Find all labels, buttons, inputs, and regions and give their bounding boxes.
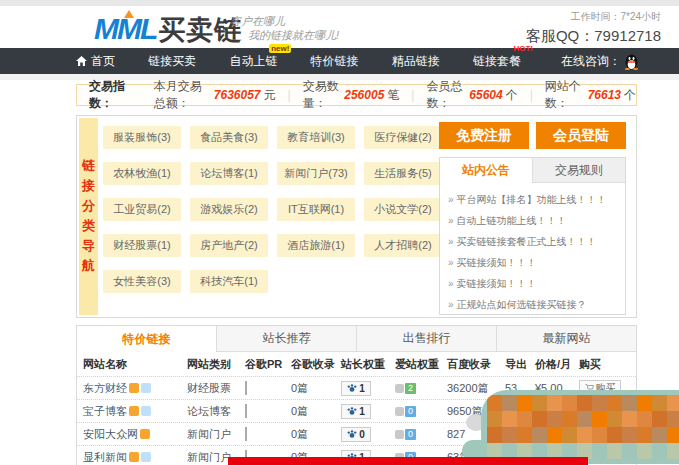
- site-name-link[interactable]: 东方财经: [83, 381, 187, 396]
- trade-stats-bar: 交易指数： 本月交易总额：7636057元|交易数量：256005笔|会员总数：…: [76, 84, 637, 106]
- chinaz-weight-badge: 0: [341, 427, 371, 442]
- announcement-link[interactable]: »买卖链链接套餐正式上线！！！: [448, 231, 617, 252]
- site-name-link[interactable]: 宝子博客: [83, 404, 187, 419]
- announcement-link[interactable]: »买链接须知！！！: [448, 252, 617, 273]
- category-link[interactable]: 房产地产(2): [190, 234, 268, 257]
- column-header: 站长权重: [341, 357, 395, 372]
- stat-item: 会员总数：65604个: [426, 78, 517, 112]
- site-category: 新闻门户: [187, 451, 231, 463]
- category-link[interactable]: 工业贸易(2): [103, 198, 181, 221]
- category-link[interactable]: 人才招聘(2): [364, 234, 442, 257]
- work-time: 工作时间：7*24小时: [526, 10, 661, 24]
- column-header: 爱站权重: [395, 357, 447, 372]
- paw-icon: [347, 429, 357, 439]
- column-header: 网站类别: [187, 357, 245, 372]
- announcement-link[interactable]: »正规站点如何选链接买链接？: [448, 294, 617, 315]
- listing-tab-4[interactable]: 最新网站: [496, 326, 636, 352]
- listing-tab-2[interactable]: 站长推荐: [216, 326, 356, 352]
- google-pr-bar: [245, 404, 247, 418]
- google-pr-bar: [245, 427, 247, 441]
- double-arrow-icon: »: [448, 299, 454, 310]
- category-link[interactable]: 生活服务(5): [364, 162, 442, 185]
- stats-title: 交易指数：: [89, 78, 140, 112]
- site-logo[interactable]: MML 买卖链: [94, 12, 242, 48]
- site-badge-orange-icon: [129, 383, 139, 393]
- category-link[interactable]: 教育培训(3): [277, 126, 355, 149]
- logo-mml-text: MML: [94, 12, 156, 46]
- aizhan-icon: [395, 407, 404, 416]
- censored-region: [481, 390, 679, 464]
- category-link[interactable]: 小说文学(2): [364, 198, 442, 221]
- nav-item-5[interactable]: 精品链接: [392, 53, 440, 70]
- account-panel: 免费注册 会员登陆 站内公告交易规则 »平台网站【排名】功能上线！！！»自动上链…: [439, 122, 626, 315]
- main-nav: 首页链接买卖自动上链new!特价链接精品链接链接套餐HOT! 在线咨询：: [0, 48, 679, 74]
- listing-tab-3[interactable]: 出售排行: [356, 326, 496, 352]
- category-link[interactable]: 食品美食(3): [190, 126, 268, 149]
- double-arrow-icon: »: [448, 194, 454, 205]
- category-link[interactable]: 酒店旅游(1): [277, 234, 355, 257]
- double-arrow-icon: »: [448, 215, 454, 226]
- column-header: 网站名称: [83, 357, 187, 372]
- site-badge-orange-icon: [129, 452, 139, 462]
- aizhan-weight-badge: 0: [395, 406, 447, 417]
- stat-item: 本月交易总额：7636057元: [154, 78, 276, 112]
- category-link[interactable]: IT互联网(1): [277, 198, 355, 221]
- stat-item: 网站个数：76613个: [545, 78, 636, 112]
- register-button[interactable]: 免费注册: [439, 122, 529, 149]
- nav-badge: new!: [269, 44, 291, 53]
- category-link[interactable]: 新闻门户(73): [277, 162, 355, 185]
- column-header: 导出: [505, 357, 535, 372]
- column-header: 购买: [579, 357, 633, 372]
- aizhan-icon: [395, 384, 404, 393]
- aizhan-weight-badge: 0: [395, 429, 447, 440]
- login-button[interactable]: 会员登陆: [536, 122, 626, 149]
- category-side-label: 链接分类导航: [79, 118, 98, 315]
- google-included: 0篇: [291, 428, 308, 440]
- site-category: 新闻门户: [187, 428, 231, 440]
- google-included: 0篇: [291, 382, 308, 394]
- nav-item-4[interactable]: 特价链接: [311, 53, 359, 70]
- chinaz-weight-badge: 1: [341, 381, 371, 396]
- slogan: 客户在哪儿 我的链接就在哪儿!: [230, 14, 339, 42]
- nav-badge: HOT!: [511, 44, 535, 53]
- listing-tab-1[interactable]: 特价链接: [77, 326, 216, 352]
- category-link[interactable]: 服装服饰(3): [103, 126, 181, 149]
- aizhan-weight-badge: 2: [395, 383, 447, 394]
- paw-icon: [347, 383, 357, 393]
- stat-separator: |: [530, 88, 533, 102]
- header-contact: 工作时间：7*24小时 客服QQ：79912718: [526, 10, 661, 46]
- site-name-link[interactable]: 安阳大众网: [83, 427, 187, 442]
- column-header: 价格/月: [535, 357, 579, 372]
- category-link[interactable]: 论坛博客(1): [190, 162, 268, 185]
- table-header: 网站名称网站类别谷歌PR谷歌收录站长权重爱站权重百度收录导出价格/月购买: [77, 352, 636, 376]
- nav-item-3[interactable]: 自动上链new!: [229, 53, 277, 70]
- category-link[interactable]: 医疗保健(2): [364, 126, 442, 149]
- category-link[interactable]: 游戏娱乐(2): [190, 198, 268, 221]
- aizhan-icon: [395, 430, 404, 439]
- notice-tab-1[interactable]: 站内公告: [440, 158, 532, 183]
- announcement-link[interactable]: »自动上链功能上线！！！: [448, 210, 617, 231]
- announcement-link[interactable]: »平台网站【排名】功能上线！！！: [448, 189, 617, 210]
- site-badge-blue-icon: [141, 383, 151, 393]
- google-included: 0篇: [291, 405, 308, 417]
- qq-penguin-icon: [624, 53, 639, 70]
- category-link[interactable]: 科技汽车(1): [190, 270, 268, 293]
- site-badge-blue-icon: [141, 452, 151, 462]
- double-arrow-icon: »: [448, 236, 454, 247]
- nav-item-1[interactable]: 首页: [76, 53, 115, 70]
- nav-item-6[interactable]: 链接套餐HOT!: [473, 53, 521, 70]
- site-name-link[interactable]: 显利新闻: [83, 450, 187, 465]
- red-redaction-bar: [228, 457, 588, 465]
- nav-online-consult[interactable]: 在线咨询：: [561, 53, 639, 70]
- nav-item-2[interactable]: 链接买卖: [148, 53, 196, 70]
- category-link[interactable]: 财经股票(1): [103, 234, 181, 257]
- service-qq: 客服QQ：79912718: [526, 27, 661, 46]
- announcement-link[interactable]: »卖链接须知！！！: [448, 273, 617, 294]
- category-link[interactable]: 农林牧渔(1): [103, 162, 181, 185]
- notice-tab-2[interactable]: 交易规则: [532, 158, 625, 183]
- online-consult-label: 在线咨询：: [561, 53, 621, 70]
- double-arrow-icon: »: [448, 278, 454, 289]
- category-grid: 服装服饰(3)食品美食(3)教育培训(3)医疗保健(2)农林牧渔(1)论坛博客(…: [103, 126, 443, 293]
- category-link[interactable]: 女性美容(3): [103, 270, 181, 293]
- stat-item: 交易数量：256005笔: [303, 78, 400, 112]
